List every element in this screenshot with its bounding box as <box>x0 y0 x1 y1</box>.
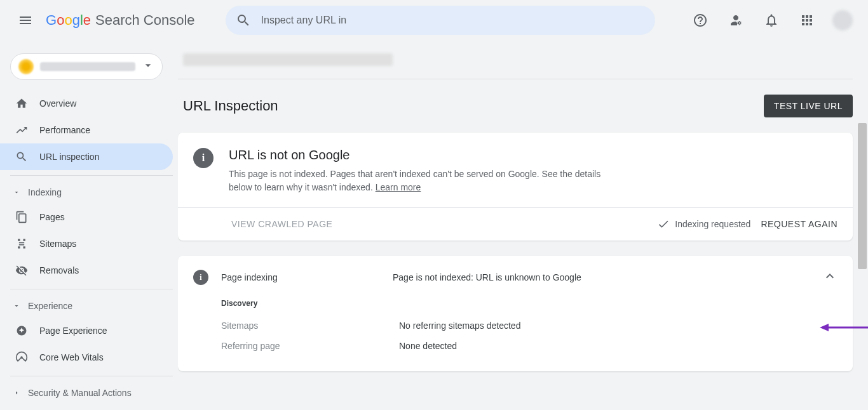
nav-label: Removals <box>39 265 79 275</box>
test-live-url-button[interactable]: TEST LIVE URL <box>764 95 853 117</box>
breadcrumb-redacted <box>183 53 393 66</box>
learn-more-link[interactable]: Learn more <box>376 182 421 192</box>
pages-icon <box>15 211 28 223</box>
page-experience-icon <box>15 324 28 337</box>
card-footer: VIEW CRAWLED PAGE Indexing requested REQ… <box>178 207 853 241</box>
separator <box>178 79 853 79</box>
chevron-up-icon <box>822 268 837 284</box>
search-icon <box>236 13 251 28</box>
sidebar-section-indexing[interactable]: Indexing <box>0 181 173 204</box>
speedometer-icon <box>15 351 28 364</box>
section-value: Page is not indexed: URL is unknown to G… <box>393 272 810 282</box>
svg-point-2 <box>20 356 22 358</box>
scrollbar[interactable] <box>858 123 868 410</box>
trending-icon <box>15 124 28 136</box>
section-label: Page indexing <box>221 272 380 282</box>
detail-label: Referring page <box>221 341 399 351</box>
nav-label: URL inspection <box>39 152 99 162</box>
visibility-off-icon <box>15 264 28 277</box>
nav-label: Sitemaps <box>39 239 76 249</box>
divider <box>10 289 173 289</box>
svg-text:Google: Google <box>46 13 91 28</box>
check-icon <box>657 218 670 230</box>
property-selector[interactable] <box>10 53 163 80</box>
help-button[interactable] <box>685 5 715 36</box>
detail-value: No referring sitemaps detected <box>399 321 520 331</box>
sidebar-section-experience[interactable]: Experience <box>0 294 173 317</box>
home-icon <box>15 97 28 110</box>
nav-label: Overview <box>39 98 76 109</box>
top-icons <box>685 5 858 36</box>
notifications-button[interactable] <box>756 5 787 36</box>
search-icon <box>15 150 28 163</box>
status-description: This page is not indexed. Pages that are… <box>229 168 623 194</box>
avatar <box>832 10 853 30</box>
sidebar-item-page-experience[interactable]: Page Experience <box>0 317 173 344</box>
nav-label: Pages <box>39 212 65 222</box>
discovery-heading: Discovery <box>221 299 837 308</box>
request-again-button[interactable]: REQUEST AGAIN <box>761 219 837 229</box>
property-icon <box>18 59 34 74</box>
account-button[interactable] <box>827 5 858 36</box>
topbar: Google Search Console <box>0 0 868 41</box>
sidebar-item-performance[interactable]: Performance <box>0 117 173 143</box>
section-label: Indexing <box>28 187 62 197</box>
logo[interactable]: Google Search Console <box>46 12 195 29</box>
card-header: i URL is not on Google This page is not … <box>178 133 853 207</box>
google-logo-icon: Google <box>46 13 93 28</box>
app-name: Search Console <box>95 12 195 29</box>
sidebar-item-url-inspection[interactable]: URL inspection <box>0 143 173 170</box>
sidebar-item-core-web-vitals[interactable]: Core Web Vitals <box>0 344 173 371</box>
chevron-down-icon <box>13 188 20 196</box>
status-card: i URL is not on Google This page is not … <box>178 133 853 241</box>
section-label: Experience <box>28 301 72 311</box>
property-name-redacted <box>40 62 135 71</box>
bell-icon <box>764 13 779 28</box>
nav-label: Core Web Vitals <box>39 352 104 362</box>
sitemap-icon <box>15 237 28 250</box>
chevron-right-icon <box>13 389 20 397</box>
referring-page-row: Referring page None detected <box>221 341 837 351</box>
sidebar-item-sitemaps[interactable]: Sitemaps <box>0 230 173 257</box>
sitemaps-row: Sitemaps No referring sitemaps detected <box>221 321 837 331</box>
info-icon: i <box>193 270 208 285</box>
svg-marker-4 <box>820 324 829 331</box>
search-bar[interactable] <box>226 6 655 35</box>
page-indexing-card: i Page indexing Page is not indexed: URL… <box>178 256 853 371</box>
view-crawled-page-button[interactable]: VIEW CRAWLED PAGE <box>231 219 332 229</box>
status-title: URL is not on Google <box>229 148 623 162</box>
chevron-down-icon <box>13 302 20 310</box>
detail-value: None detected <box>399 341 457 351</box>
nav-label: Performance <box>39 125 90 135</box>
search-input[interactable] <box>261 15 645 26</box>
apps-icon <box>799 13 815 28</box>
indexing-status: Indexing requested <box>657 218 750 230</box>
info-icon: i <box>193 148 214 168</box>
chevron-down-icon <box>142 59 154 74</box>
nav-label: Page Experience <box>39 326 107 336</box>
scrollbar-thumb[interactable] <box>858 123 867 269</box>
collapse-button[interactable] <box>822 268 837 286</box>
main-content: URL Inspection TEST LIVE URL i URL is no… <box>178 41 868 410</box>
detail-label: Sitemaps <box>221 321 399 331</box>
divider <box>10 175 173 176</box>
sidebar-item-pages[interactable]: Pages <box>0 204 173 230</box>
users-button[interactable] <box>721 5 751 36</box>
menu-button[interactable] <box>10 5 41 36</box>
sidebar: Overview Performance URL inspection Inde… <box>0 41 178 410</box>
section-label: Security & Manual Actions <box>28 388 132 398</box>
page-header: URL Inspection TEST LIVE URL <box>178 95 853 133</box>
sidebar-item-removals[interactable]: Removals <box>0 257 173 284</box>
sidebar-item-overview[interactable]: Overview <box>0 90 173 117</box>
person-gear-icon <box>728 13 743 28</box>
apps-button[interactable] <box>792 5 822 36</box>
page-indexing-header[interactable]: i Page indexing Page is not indexed: URL… <box>178 256 853 299</box>
breadcrumb <box>178 41 853 79</box>
divider <box>10 376 173 376</box>
page-title: URL Inspection <box>183 98 278 114</box>
help-icon <box>693 13 708 28</box>
discovery-details: Discovery Sitemaps No referring sitemaps… <box>178 299 853 371</box>
sidebar-section-security[interactable]: Security & Manual Actions <box>0 381 173 404</box>
